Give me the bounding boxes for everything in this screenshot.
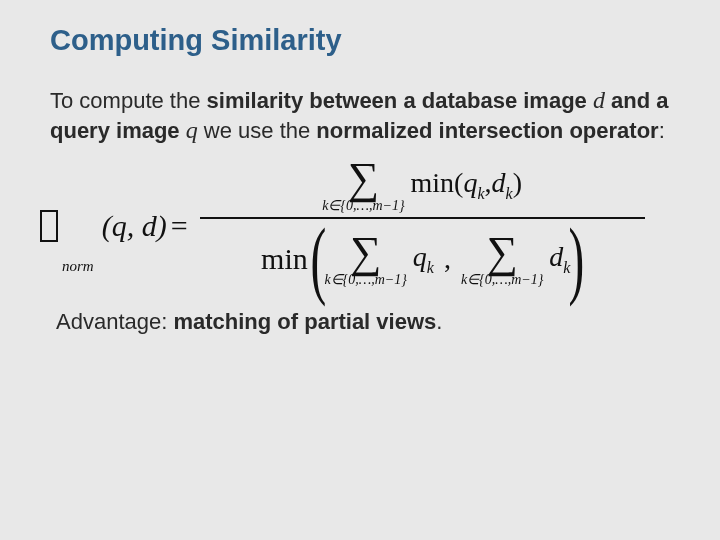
comma: ,	[444, 243, 451, 275]
dk-term: dk	[549, 241, 570, 277]
bold-operator: normalized intersection operator	[316, 118, 658, 143]
sum-den-q: ∑ k∈{0,…,m−1}	[324, 231, 406, 287]
bold-similarity: similarity between a database image	[207, 88, 593, 113]
min-fn: min	[261, 242, 308, 276]
k-sub: k	[477, 185, 484, 202]
sum-sub: k∈{0,…,m−1}	[461, 273, 543, 287]
formula: norm (q, d) = ∑ k∈{0,…,m−1} min(qk,dk) m…	[40, 157, 680, 295]
min-open: min(	[411, 167, 464, 198]
var-d: d	[593, 87, 605, 113]
k-sub: k	[427, 259, 434, 276]
sigma-icon: ∑	[348, 157, 379, 201]
sigma-icon: ∑	[350, 231, 381, 275]
sum-numerator: ∑ k∈{0,…,m−1}	[322, 157, 404, 213]
sum-den-d: ∑ k∈{0,…,m−1}	[461, 231, 543, 287]
d: d	[492, 167, 506, 198]
q: q	[413, 241, 427, 272]
numerator: ∑ k∈{0,…,m−1} min(qk,dk)	[322, 157, 522, 213]
norm-subscript: norm	[62, 258, 94, 275]
open-paren-icon: (	[310, 223, 326, 295]
d: d	[549, 241, 563, 272]
advantage-bold: matching of partial views	[173, 309, 436, 334]
sum-sub: k∈{0,…,m−1}	[322, 199, 404, 213]
intro-paragraph: To compute the similarity between a data…	[50, 85, 670, 145]
advantage-line: Advantage: matching of partial views.	[50, 309, 670, 335]
args: (q, d)	[102, 209, 167, 243]
close-paren: )	[513, 167, 522, 198]
q: q	[463, 167, 477, 198]
sigma-icon: ∑	[486, 231, 517, 275]
k-sub: k	[506, 185, 513, 202]
formula-args: (q, d) =	[102, 209, 194, 243]
comma: ,	[485, 167, 492, 198]
sum-sub: k∈{0,…,m−1}	[324, 273, 406, 287]
var-q: q	[186, 117, 198, 143]
equals: =	[171, 209, 188, 243]
advantage-label: Advantage:	[56, 309, 173, 334]
text: To compute the	[50, 88, 207, 113]
intersection-symbol	[40, 210, 58, 242]
text: we use the	[198, 118, 317, 143]
period: .	[436, 309, 442, 334]
formula-lhs	[40, 210, 60, 242]
denominator: min ( ∑ k∈{0,…,m−1} qk , ∑ k∈{0,…,m−1} d…	[261, 223, 583, 295]
fraction: ∑ k∈{0,…,m−1} min(qk,dk) min ( ∑ k∈{0,…,…	[200, 157, 645, 295]
num-term: min(qk,dk)	[411, 167, 522, 203]
qk-term: qk	[413, 241, 434, 277]
text: :	[659, 118, 665, 143]
slide-title: Computing Similarity	[50, 24, 670, 57]
close-paren-icon: )	[569, 223, 585, 295]
